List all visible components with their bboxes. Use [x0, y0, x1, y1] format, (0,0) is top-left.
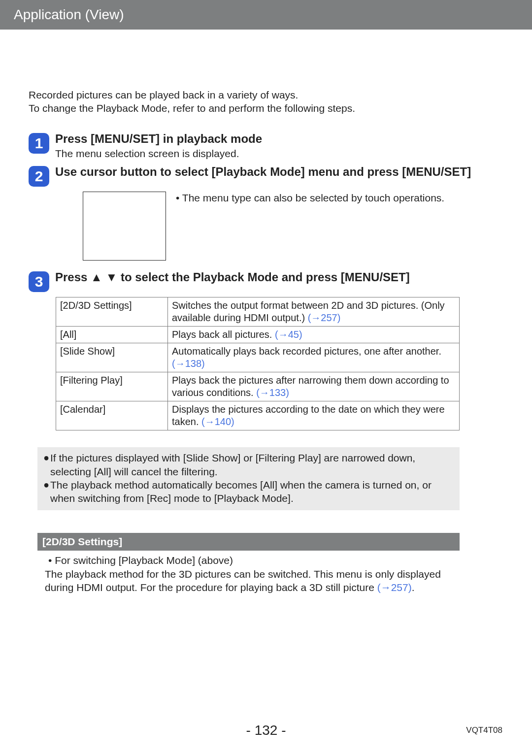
up-arrow-icon: ▲: [91, 270, 102, 285]
document-id: VQT4T08: [466, 725, 502, 735]
step-note: The menu selection screen is displayed.: [55, 147, 503, 161]
step-number-badge: 2: [29, 166, 49, 187]
mode-name: [2D/3D Settings]: [56, 297, 168, 327]
step-title: Press [MENU/SET] in playback mode: [55, 132, 503, 146]
page-ref-link[interactable]: (→140): [201, 416, 234, 427]
table-row: [Filtering Play] Plays back the pictures…: [56, 372, 460, 401]
line2-tail: .: [412, 582, 415, 593]
round-bullet-icon: ●: [43, 478, 50, 491]
desc-text: Plays back all pictures.: [172, 329, 275, 340]
detail-text: The menu type can also be selected by to…: [179, 192, 444, 203]
mode-desc: Automatically plays back recorded pictur…: [168, 343, 460, 372]
desc-text: Automatically plays back recorded pictur…: [172, 346, 441, 357]
page-ref-link[interactable]: (→138): [172, 358, 205, 369]
intro-text: Recorded pictures can be played back in …: [29, 89, 503, 115]
line1-text: For switching [Playback Mode] (above): [52, 555, 233, 566]
mode-name: [All]: [56, 327, 168, 343]
page-ref-link[interactable]: (→45): [275, 329, 302, 340]
desc-text: Plays back the pictures after narrowing …: [172, 375, 449, 398]
page-ref-link[interactable]: (→133): [256, 387, 289, 398]
note-item: ● The playback method automatically beco…: [43, 478, 454, 505]
mode-name: [Filtering Play]: [56, 372, 168, 401]
step-2: 2 Use cursor button to select [Playback …: [29, 165, 503, 187]
table-row: [2D/3D Settings] Switches the output for…: [56, 297, 460, 327]
mode-desc: Plays back the pictures after narrowing …: [168, 372, 460, 401]
table-row: [Slide Show] Automatically plays back re…: [56, 343, 460, 372]
intro-line-2: To change the Playback Mode, refer to an…: [29, 102, 503, 115]
title-suffix: to select the Playback Mode and press [M…: [117, 270, 409, 284]
mode-desc: Displays the pictures according to the d…: [168, 401, 460, 430]
intro-line-1: Recorded pictures can be played back in …: [29, 89, 503, 102]
subsection-body-extra: The playback method for the 3D pictures …: [45, 567, 466, 594]
breadcrumb-header: Application (View): [0, 0, 532, 30]
note-text: The playback method automatically become…: [50, 478, 454, 505]
mode-desc: Plays back all pictures. (→45): [168, 327, 460, 343]
step-2-detail-text: • The menu type can also be selected by …: [176, 192, 503, 205]
mode-name: [Calendar]: [56, 401, 168, 430]
table-row: [Calendar] Displays the pictures accordi…: [56, 401, 460, 430]
playback-modes-table: [2D/3D Settings] Switches the output for…: [56, 297, 460, 430]
step-title: Use cursor button to select [Playback Mo…: [55, 165, 503, 179]
step-title: Press ▲ ▼ to select the Playback Mode an…: [55, 270, 503, 285]
table-row: [All] Plays back all pictures. (→45): [56, 327, 460, 343]
subsection-title-bar: [2D/3D Settings]: [37, 533, 460, 551]
note-item: ● If the pictures displayed with [Slide …: [43, 451, 454, 478]
page-number: - 132 -: [0, 723, 532, 738]
mode-name: [Slide Show]: [56, 343, 168, 372]
subsection-body: • For switching [Playback Mode] (above): [48, 554, 462, 567]
step-2-detail: • The menu type can also be selected by …: [83, 192, 503, 261]
step-3: 3 Press ▲ ▼ to select the Playback Mode …: [29, 270, 503, 292]
page-ref-link[interactable]: (→257): [377, 582, 412, 593]
mode-desc: Switches the output format between 2D an…: [168, 297, 460, 327]
step-1: 1 Press [MENU/SET] in playback mode The …: [29, 132, 503, 161]
title-prefix: Press: [55, 270, 91, 284]
note-text: If the pictures displayed with [Slide Sh…: [50, 451, 454, 478]
notes-block: ● If the pictures displayed with [Slide …: [37, 447, 460, 510]
step-number-badge: 3: [29, 271, 49, 292]
down-arrow-icon: ▼: [106, 270, 118, 285]
page-ref-link[interactable]: (→257): [308, 312, 341, 323]
step-number-badge: 1: [29, 133, 49, 154]
round-bullet-icon: ●: [43, 451, 50, 464]
screenshot-placeholder: [83, 192, 166, 261]
